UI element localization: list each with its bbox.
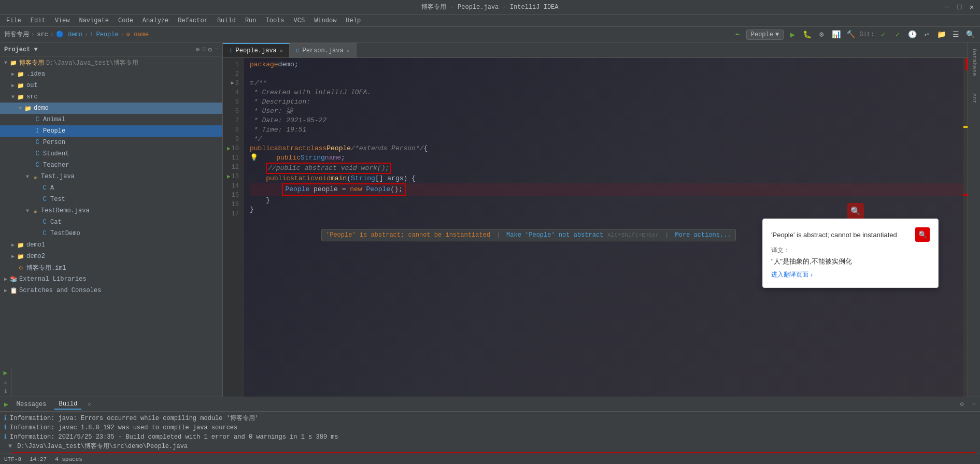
breadcrumb-src[interactable]: src xyxy=(37,31,48,38)
tree-label-idea: .idea xyxy=(26,70,45,78)
bottom-warning-icon[interactable]: ⚠ xyxy=(2,379,9,386)
tree-item-student[interactable]: C Student xyxy=(0,148,222,160)
breadcrumb-demo[interactable]: 🔵 demo xyxy=(56,31,82,38)
menu-refactor[interactable]: Refactor xyxy=(174,16,212,25)
folder-demo-icon: 📁 xyxy=(24,104,32,112)
maximize-button[interactable]: □ xyxy=(955,3,963,11)
tree-arrow-root: ▼ xyxy=(2,60,9,66)
bottom-panel-settings-icon[interactable]: ⚙ xyxy=(960,400,964,408)
menu-vcs[interactable]: VCS xyxy=(290,16,309,25)
menu-code[interactable]: Code xyxy=(114,16,137,25)
tree-label-test: Test xyxy=(50,196,65,203)
info-icon-3: ℹ xyxy=(4,432,7,442)
bottom-tab-messages[interactable]: Messages xyxy=(12,400,51,409)
tree-item-person[interactable]: C Person xyxy=(0,137,222,148)
menu-edit[interactable]: Edit xyxy=(26,16,50,25)
tree-item-demo2[interactable]: ▶ 📁 demo2 xyxy=(0,251,222,262)
menu-tools[interactable]: Tools xyxy=(262,16,289,25)
translation-page-link[interactable]: 进入翻译页面 › xyxy=(771,270,930,279)
tree-item-iml[interactable]: ⚙ 博客专用.iml xyxy=(0,262,222,273)
close-button[interactable]: ✕ xyxy=(968,3,976,11)
bottom-panel-hide-icon[interactable]: − xyxy=(972,401,976,408)
git-rollback-button[interactable]: ↩ xyxy=(921,29,932,40)
sidebar-ant-label[interactable]: Ant xyxy=(971,89,977,108)
tree-item-demo1[interactable]: ▶ 📁 demo1 xyxy=(0,239,222,251)
bottom-tab-build-close[interactable]: ✕ xyxy=(88,401,91,408)
menu-help[interactable]: Help xyxy=(342,16,365,25)
git-push-button[interactable]: ✓ xyxy=(892,29,903,40)
tree-item-cat[interactable]: C Cat xyxy=(0,216,222,228)
tree-label-demo: demo xyxy=(34,105,49,112)
menu-window[interactable]: Window xyxy=(310,16,340,25)
build-button[interactable]: 🔨 xyxy=(845,29,856,40)
tree-label-student: Student xyxy=(43,150,69,157)
tree-arrow-demo: ▼ xyxy=(17,106,24,111)
sidebar-hide-icon[interactable]: − xyxy=(214,46,218,54)
sidebar-settings-icon[interactable]: ⚙ xyxy=(208,46,212,54)
minimize-button[interactable]: ─ xyxy=(943,3,951,11)
debug-button[interactable]: 🐛 xyxy=(801,29,813,40)
tab-person-label: Person.java xyxy=(302,47,343,54)
git-history-button[interactable]: 🕐 xyxy=(906,29,918,40)
menu-run[interactable]: Run xyxy=(241,16,261,25)
editor-search-button[interactable]: 🔍 xyxy=(847,203,864,220)
sidebar-locate-icon[interactable]: ⊕ xyxy=(196,46,200,54)
run-back-button[interactable]: ⬅ xyxy=(732,29,743,40)
git-shelf-button[interactable]: 📁 xyxy=(935,29,947,40)
tree-item-root[interactable]: ▼ 📁 博客专用 D:\Java\Java_test\博客专用 xyxy=(0,57,222,68)
run-button[interactable]: ▶ xyxy=(787,29,798,40)
bottom-info-icon[interactable]: ℹ xyxy=(5,388,7,395)
bottom-run-icon[interactable]: ▶ xyxy=(4,400,8,409)
tree-item-test[interactable]: C Test xyxy=(0,194,222,205)
tab-person-java[interactable]: C Person.java ✕ xyxy=(290,43,357,57)
tree-item-scratches[interactable]: ▶ 📋 Scratches and Consoles xyxy=(0,285,222,296)
folder-src-icon: 📁 xyxy=(17,93,25,101)
class-a-icon: C xyxy=(40,184,49,192)
run-config-selector[interactable]: People ▼ xyxy=(746,30,784,40)
tree-item-src[interactable]: ▼ 📁 src xyxy=(0,91,222,103)
tree-item-people[interactable]: I People xyxy=(0,125,222,137)
breadcrumb-name[interactable]: ⊙ name xyxy=(126,31,149,38)
sidebar-collapse-icon[interactable]: ≡ xyxy=(202,46,206,54)
toolbar-right: ⬅ People ▼ ▶ 🐛 ⚙ 📊 🔨 Git: ✓ ✓ 🕐 ↩ 📁 ☰ 🔍 xyxy=(732,29,976,40)
make-not-abstract-button[interactable]: Make 'People' not abstract xyxy=(506,231,603,239)
menu-navigate[interactable]: Navigate xyxy=(75,16,113,25)
tab-person-close[interactable]: ✕ xyxy=(347,48,350,54)
tree-label-a: A xyxy=(50,184,54,192)
translation-search-button[interactable]: 🔍 xyxy=(915,227,930,242)
tree-item-demo[interactable]: ▼ 📁 demo xyxy=(0,103,222,114)
tree-item-out[interactable]: ▶ 📁 out xyxy=(0,80,222,91)
tree-item-teacher[interactable]: C Teacher xyxy=(0,160,222,171)
tree-item-idea[interactable]: ▶ 📁 .idea xyxy=(0,68,222,80)
scroll-track[interactable] xyxy=(963,58,968,397)
tree-item-a[interactable]: C A xyxy=(0,182,222,194)
tab-people-java[interactable]: I People.java ✕ xyxy=(223,43,290,57)
menu-build[interactable]: Build xyxy=(213,16,240,25)
tree-item-testjava[interactable]: ▼ ☕ Test.java xyxy=(0,171,222,182)
tab-people-close[interactable]: ✕ xyxy=(280,48,283,54)
java-testdemo-icon: ☕ xyxy=(31,207,39,215)
git-update-button[interactable]: ✓ xyxy=(877,29,889,40)
tree-label-people: People xyxy=(43,127,65,135)
tree-item-testdemo[interactable]: C TestDemo xyxy=(0,228,222,239)
menu-view[interactable]: View xyxy=(51,16,74,25)
menu-file[interactable]: File xyxy=(2,16,25,25)
more-actions-button[interactable]: More actions... xyxy=(675,231,731,239)
sidebar-database-label[interactable]: Database xyxy=(971,45,977,80)
menu-bar: File Edit View Navigate Code Analyze Ref… xyxy=(0,15,980,27)
bottom-tab-build[interactable]: Build xyxy=(54,399,81,410)
breadcrumb-people[interactable]: Ⅰ People xyxy=(90,31,118,38)
tree-item-animal[interactable]: C Animal xyxy=(0,114,222,125)
build-msg-4: ▼ D:\Java\Java_test\博客专用\src\demo\People… xyxy=(4,442,976,451)
search-everywhere-button[interactable]: 🔍 xyxy=(964,29,976,40)
tree-item-ext-libs[interactable]: ▶ 📚 External Libraries xyxy=(0,273,222,285)
tree-item-testdemojava[interactable]: ▼ ☕ TestDemo.java xyxy=(0,205,222,216)
code-line-3: ≡ /** xyxy=(250,79,968,88)
settings-button[interactable]: ☰ xyxy=(950,29,961,40)
menu-analyze[interactable]: Analyze xyxy=(138,16,173,25)
bottom-run-button[interactable]: ▶ xyxy=(4,369,8,377)
profile-button[interactable]: 📊 xyxy=(830,29,842,40)
code-line-4: * Created with IntelliJ IDEA. xyxy=(250,88,968,97)
breadcrumb-root[interactable]: 博客专用 xyxy=(4,30,29,39)
coverage-button[interactable]: ⚙ xyxy=(816,29,827,40)
